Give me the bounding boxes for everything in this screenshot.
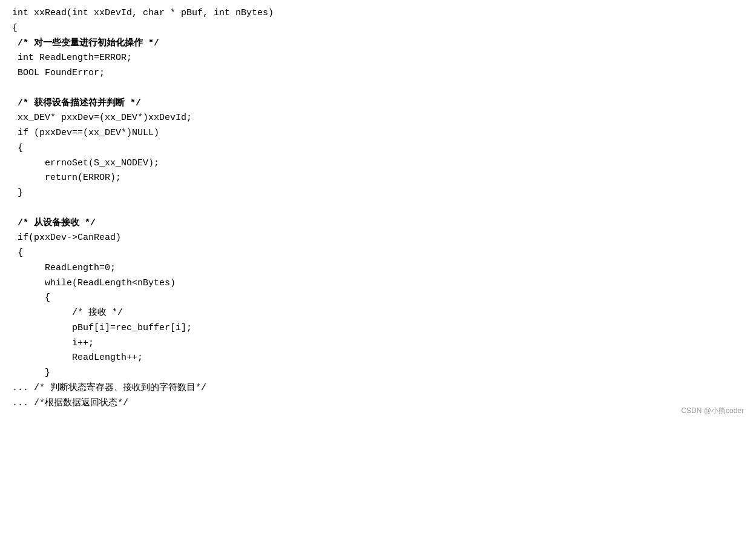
code-line: } bbox=[12, 366, 744, 381]
code-line: /* 对一些变量进行初始化操作 */ bbox=[12, 36, 744, 51]
code-line: /* 获得设备描述符并判断 */ bbox=[12, 96, 744, 111]
code-line: ReadLength++; bbox=[12, 351, 744, 366]
code-empty-line bbox=[12, 201, 744, 216]
watermark: CSDN @小熊coder bbox=[681, 405, 744, 417]
code-line: errnoSet(S_xx_NODEV); bbox=[12, 156, 744, 171]
code-line: pBuf[i]=rec_buffer[i]; bbox=[12, 321, 744, 336]
code-line: while(ReadLength<nBytes) bbox=[12, 276, 744, 291]
code-line: { bbox=[12, 21, 744, 36]
code-line: { bbox=[12, 141, 744, 156]
code-line: /* 接收 */ bbox=[12, 306, 744, 321]
code-content: int xxRead(int xxDevId, char * pBuf, int… bbox=[12, 6, 744, 411]
code-empty-line bbox=[12, 81, 744, 96]
code-line: i++; bbox=[12, 336, 744, 351]
code-line: BOOL FoundError; bbox=[12, 66, 744, 81]
code-line: return(ERROR); bbox=[12, 171, 744, 186]
code-line: } bbox=[12, 186, 744, 201]
code-line: int xxRead(int xxDevId, char * pBuf, int… bbox=[12, 6, 744, 21]
code-line: { bbox=[12, 291, 744, 306]
code-line: ... /* 判断状态寄存器、接收到的字符数目*/ bbox=[12, 381, 744, 396]
code-line: { bbox=[12, 246, 744, 261]
code-line: /* 从设备接收 */ bbox=[12, 216, 744, 231]
code-line: if(pxxDev->CanRead) bbox=[12, 231, 744, 246]
code-line: ... /*根据数据返回状态*/ bbox=[12, 396, 744, 411]
code-line: xx_DEV* pxxDev=(xx_DEV*)xxDevId; bbox=[12, 111, 744, 126]
code-block: int xxRead(int xxDevId, char * pBuf, int… bbox=[0, 0, 756, 423]
code-line: int ReadLength=ERROR; bbox=[12, 51, 744, 66]
code-line: ReadLength=0; bbox=[12, 261, 744, 276]
code-line: if (pxxDev==(xx_DEV*)NULL) bbox=[12, 126, 744, 141]
